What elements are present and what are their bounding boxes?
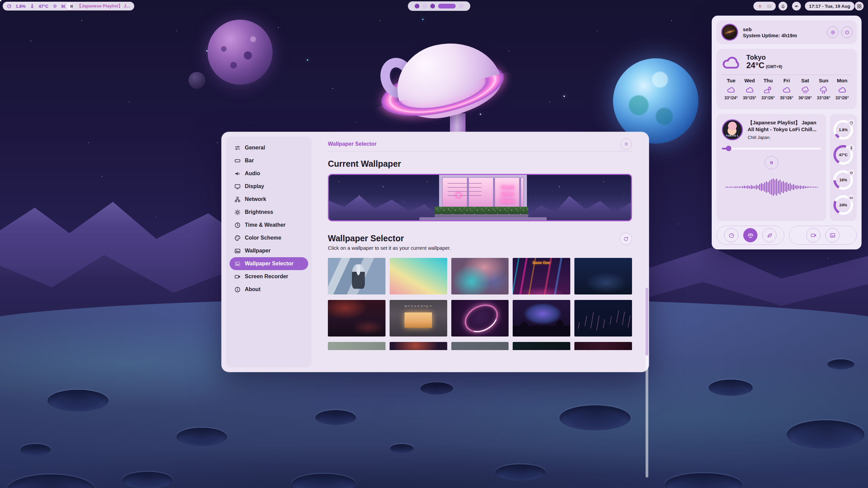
visualizer-bar — [773, 178, 774, 196]
wallpaper-thumbnail-sage-field[interactable] — [328, 342, 386, 350]
gauge-icon — [848, 119, 855, 126]
visualizer-bar — [759, 184, 760, 190]
window-scrollbar[interactable] — [646, 288, 648, 477]
visualizer-bar — [768, 182, 769, 192]
balanced-profile-button[interactable] — [743, 228, 757, 242]
wallpaper-thumbnail-particle-wave[interactable] — [574, 300, 632, 337]
leaf-icon — [766, 232, 773, 239]
wallpaper-thumbnail-night-ruins[interactable] — [574, 258, 632, 294]
bell-icon — [781, 4, 786, 9]
wallpaper-thumbnail-pastel-gradient[interactable] — [390, 258, 447, 294]
sidebar-item-label: Wallpaper Selector — [245, 261, 293, 267]
sidebar-item-screen-recorder[interactable]: Screen Recorder — [230, 270, 308, 283]
wallpaper-thumbnail-grey-minimal[interactable] — [451, 342, 509, 350]
sidebar-item-brightness[interactable]: Brightness — [230, 206, 308, 219]
sidebar-item-display[interactable]: Display — [230, 180, 308, 193]
current-wallpaper-preview: Fresh Moon Beans — [328, 174, 632, 221]
wallpaper-thumbnail-anime-street-crossing[interactable] — [328, 258, 386, 294]
close-button[interactable] — [620, 138, 632, 150]
sidebar-item-network[interactable]: Network — [230, 193, 308, 206]
day-temps: 33°/26° — [759, 96, 777, 100]
sidebar-item-about[interactable]: About — [230, 283, 308, 296]
settings-button[interactable] — [827, 26, 839, 38]
scrollbar-thumb[interactable] — [646, 288, 648, 355]
media-pill[interactable]: 【Japanese Playlist】 J... — [65, 2, 134, 11]
sidebar-item-time-weather[interactable]: Time & Weather — [230, 219, 308, 231]
stat-ring-disk: 24% — [833, 195, 853, 215]
crater — [420, 382, 453, 394]
wallpaper-thumbnail-ember-wasteland[interactable] — [328, 300, 386, 337]
wallpaper-thumbnail-crimson-forest[interactable] — [390, 342, 447, 350]
side-panel: seb System Uptime: 4h19m Tokyo 24°C(GMT+… — [712, 16, 862, 249]
thumbnail-text: Game Over — [513, 261, 570, 265]
slider-thumb[interactable] — [726, 146, 731, 151]
sidebar-item-audio[interactable]: Audio — [230, 167, 308, 180]
power-profile-group — [716, 226, 784, 245]
rain-icon — [801, 86, 810, 94]
visualizer-bar — [774, 180, 775, 195]
wallpaper-thumbnail-aurora-blur[interactable] — [451, 258, 509, 294]
refresh-button[interactable] — [620, 233, 632, 245]
play-pause-button[interactable] — [765, 156, 778, 169]
notifications-button[interactable] — [778, 2, 787, 11]
sidebar-item-label: Time & Weather — [245, 222, 285, 228]
visualizer-bar — [795, 185, 796, 189]
capture-group — [789, 226, 857, 245]
visualizer-bar — [730, 186, 731, 188]
wallpaper-thumbnail-eclipse-ring[interactable] — [451, 300, 509, 337]
wallpaper-thumbnail-dark-teal[interactable] — [513, 342, 570, 350]
crater — [47, 390, 108, 411]
sidebar-item-wallpaper[interactable]: Wallpaper — [230, 244, 308, 257]
visualizer-bar — [769, 180, 770, 194]
screenshot-button[interactable] — [825, 228, 840, 242]
system-stats-pill[interactable]: 1.8% 47°C 8G — [3, 2, 72, 11]
wallpaper-thumbnail-nebula-forest[interactable] — [513, 300, 570, 337]
wallpaper-thumbnail-lofi-coffee-shop[interactable]: ローファイコーヒー — [390, 300, 447, 337]
sidebar-item-general[interactable]: General — [230, 141, 308, 154]
powersaver-profile-button[interactable] — [762, 228, 776, 242]
blue-planet — [613, 58, 698, 144]
workspace-dot-2[interactable] — [422, 4, 427, 8]
weather-card: Tokyo 24°C(GMT+9) Tue33°/24°Wed35°/25°Th… — [716, 49, 857, 109]
day-label: Thu — [759, 78, 777, 83]
forecast-day-sun: Sun33°/26° — [814, 78, 833, 100]
wallpaper-thumbnail-cyberpunk-arcade[interactable]: Game Over — [513, 258, 570, 294]
visualizer-bar — [796, 185, 797, 189]
sidebar-item-color-scheme[interactable]: Color Scheme — [230, 231, 308, 244]
sidebar-item-label: Screen Recorder — [245, 273, 288, 280]
wallpaper-thumbnail-maroon-dusk[interactable] — [574, 342, 632, 350]
sidebar-item-label: Brightness — [245, 209, 273, 215]
selector-header-row: Wallpaper Selector — [328, 233, 632, 245]
visualizer-bar — [785, 183, 786, 191]
settings-window: GeneralBarAudioDisplayNetworkBrightnessT… — [221, 132, 649, 372]
workspace-dot-5[interactable] — [459, 4, 463, 8]
day-label: Tue — [722, 78, 741, 83]
forecast-day-tue: Tue33°/24° — [722, 78, 741, 100]
visualizer-bar — [747, 185, 748, 189]
dashboard-button[interactable] — [855, 2, 864, 11]
workspace-dot-4[interactable] — [438, 4, 456, 8]
media-progress-slider[interactable] — [722, 146, 821, 151]
sidebar-item-wallpaper-selector[interactable]: Wallpaper Selector — [230, 257, 308, 270]
workspace-dot-3[interactable] — [430, 4, 435, 8]
day-label: Sun — [814, 78, 833, 83]
sidebar-item-bar[interactable]: Bar — [230, 154, 308, 167]
volume-button[interactable] — [792, 2, 801, 11]
visualizer-bar — [815, 187, 816, 188]
image-tray-icon[interactable] — [767, 4, 772, 9]
crater — [315, 410, 356, 425]
workspace-dot-1[interactable] — [415, 4, 419, 8]
hand-tray-icon[interactable] — [757, 4, 763, 9]
refresh-icon — [623, 236, 629, 242]
sidebar-item-label: Wallpaper — [245, 248, 271, 254]
image-icon — [234, 248, 241, 254]
clock-pill[interactable]: 17:17 - Tue, 19 Aug — [805, 2, 854, 11]
day-label: Mon — [833, 78, 851, 83]
screen-record-button[interactable] — [806, 228, 821, 242]
performance-profile-button[interactable] — [724, 228, 738, 242]
stat-ring-gauge: 1.8% — [833, 120, 853, 140]
visualizer-bar — [807, 186, 808, 188]
user-name: seb — [743, 26, 797, 32]
power-button[interactable] — [841, 26, 853, 38]
settings-sidebar: GeneralBarAudioDisplayNetworkBrightnessT… — [226, 137, 312, 367]
